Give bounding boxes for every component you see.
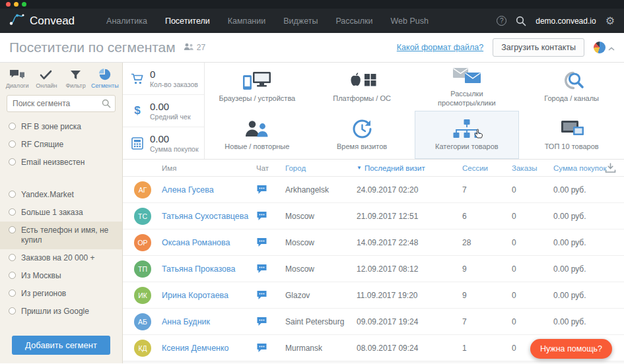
tile-categories[interactable]: Категории товаров [415,111,520,159]
cursor-icon [474,128,483,140]
tile-label: ТОП 10 товаров [545,142,599,152]
name-cell: Алена Гусева [162,185,256,195]
segment-item[interactable]: RF В зоне риска [0,118,122,136]
orders-column-header[interactable]: Заказы [512,164,553,172]
tile-label: Рассылки просмотры/клики [438,90,496,108]
filter-icon [70,69,81,80]
sum-cell: 0.00 руб. [553,264,611,274]
avatar-cell: АГ [123,181,162,198]
sidebar-tab-filter[interactable]: Фильтр [62,69,90,89]
sidebar-tab-dialogs[interactable]: Диалоги [3,69,31,89]
segment-item[interactable]: Есть телефон и имя, не купил [0,222,122,249]
search-icon[interactable] [516,16,526,26]
visitor-name-link[interactable]: Ксения Демченко [162,344,229,353]
chat-icon[interactable] [256,290,285,300]
minimize-window-icon[interactable] [14,2,18,7]
stat-text: 0.00Средний чек [150,101,191,121]
content: ДиалогиОнлайнФильтрСегменты RF В зоне ри… [0,63,624,363]
avatar: ТП [134,260,151,278]
sidebar-tab-online[interactable]: Онлайн [32,69,60,89]
gear-icon[interactable]: ⚙ [606,16,615,26]
chat-icon[interactable] [256,237,285,247]
stat-card: 0.00Сумма покупок [123,127,204,159]
segment-item[interactable]: Email неизвестен [0,154,122,171]
maximize-window-icon[interactable] [22,2,26,7]
tile-devices[interactable]: Браузеры / устройства [205,63,310,111]
nav-item[interactable]: Аналитика [106,16,147,26]
file-format-link[interactable]: Какой формат файла? [397,43,483,52]
city-cell: Murmansk [285,344,357,353]
tile-label: Новые / повторные [225,142,289,152]
segment-item[interactable]: Пришли из Google [0,303,122,320]
visitor-name-link[interactable]: Татьяна Сухоставцева [162,212,248,221]
sessions-cell: 1 [462,344,512,353]
add-segment-button[interactable]: Добавить сегмент [12,336,110,355]
table-row[interactable]: ТСТатьяна СухоставцеваMoscow21.09.2017 1… [123,203,624,229]
account-domain[interactable]: demo.convead.io [536,16,596,26]
name-cell: Ирина Коротаева [162,291,256,300]
table-row[interactable]: ТПТатьяна ПроказоваMoscow12.09.2017 08:1… [123,256,624,282]
city-column-header[interactable]: Город [285,164,357,172]
segment-item[interactable]: RF Спящие [0,136,122,154]
nav-item[interactable]: Кампании [228,16,265,26]
segment-item[interactable]: Из регионов [0,285,122,303]
visitor-name-link[interactable]: Анна Будник [162,317,210,326]
visitor-name-link[interactable]: Татьяна Проказова [162,264,236,274]
tile-visittime[interactable]: Время визитов [310,111,415,159]
chat-icon[interactable] [256,317,285,326]
avatar-cell: ОР [123,234,162,251]
need-help-button[interactable]: Нужна помощь? [530,339,612,359]
orders-cell: 0 [512,317,553,326]
table-row[interactable]: АБАнна БудникSaint Petersburg09.09.2017 … [123,309,624,335]
avatar: ТС [134,208,151,225]
nav-item[interactable]: Виджеты [283,16,318,26]
tile-returning[interactable]: Новые / повторные [205,111,310,159]
help-icon[interactable]: ? [497,16,506,26]
radio-icon [9,158,16,166]
avatar-cell: АБ [123,313,162,330]
upload-contacts-button[interactable]: Загрузить контакты [493,38,584,57]
segment-group: RF В зоне рискаRF СпящиеEmail неизвестен [0,118,122,171]
avatar: КД [134,340,151,357]
radio-icon [9,272,16,279]
segment-label: RF В зоне риска [21,122,81,132]
sessions-column-header[interactable]: Сессии [462,164,512,172]
chat-cell [256,185,285,195]
visitor-name-link[interactable]: Оксана Романова [162,238,230,247]
reports-menu-button[interactable] [594,42,615,53]
segment-item[interactable]: Больше 1 заказа [0,204,122,222]
nav-item[interactable]: Посетители [165,16,210,26]
close-window-icon[interactable] [6,2,11,7]
last-visit-column-header[interactable]: ▼ Последний визит [357,164,462,172]
visitor-name-link[interactable]: Алена Гусева [162,185,214,195]
segment-item[interactable]: Заказов на 20 000 + [0,249,122,267]
nav-item[interactable]: Web Push [391,16,429,26]
radio-icon [9,289,16,297]
download-icon[interactable] [605,163,624,173]
segment-item[interactable]: Из Москвы [0,267,122,285]
tile-platforms[interactable]: Платформы / ОС [310,63,415,111]
segment-item[interactable]: Yandex.Market [0,186,122,204]
nav-item[interactable]: Рассылки [335,16,372,26]
tab-label: Фильтр [66,82,86,89]
chat-icon[interactable] [256,185,285,195]
last-visit-cell: 24.09.2017 02:20 [357,185,462,195]
visitor-name-link[interactable]: Ирина Коротаева [162,291,228,300]
sidebar-tab-segments[interactable]: Сегменты [91,69,119,89]
tile-label: Браузеры / устройства [219,94,296,104]
chat-icon[interactable] [256,211,285,221]
tile-top10[interactable]: ТОП 10 товаров [519,111,624,159]
segment-label: Есть телефон и имя, не купил [21,226,116,245]
chat-icon[interactable] [256,264,285,274]
mailings-icon [452,66,482,86]
table-row[interactable]: АГАлена ГусеваArkhangelsk24.09.2017 02:2… [123,177,624,203]
segment-search-input[interactable] [7,95,116,112]
table-row[interactable]: ОРОксана РомановаMoscow14.09.2017 22:482… [123,229,624,256]
tile-cities[interactable]: Города / каналы [519,63,624,111]
segment-list: RF В зоне рискаRF СпящиеEmail неизвестен… [0,118,122,330]
tile-mailings[interactable]: Рассылки просмотры/клики [415,63,520,111]
brand[interactable]: Convead [9,13,75,29]
chat-icon[interactable] [256,343,285,353]
table-row[interactable]: ИКИрина КоротаеваGlazov11.09.2017 19:209… [123,282,624,309]
sum-column-header[interactable]: Сумма покупок [553,164,611,172]
